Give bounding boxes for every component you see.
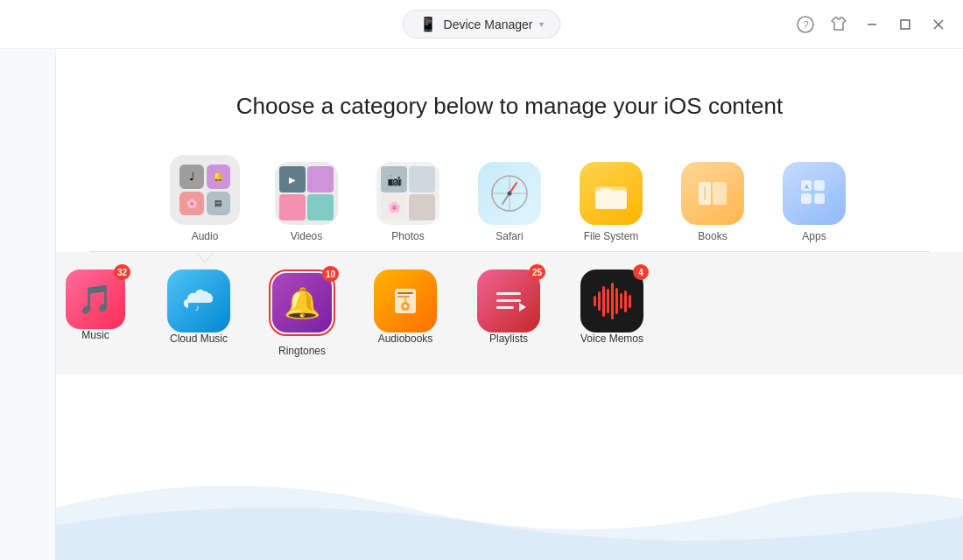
playlists-badge: 25 bbox=[529, 264, 545, 280]
minimize-button[interactable] bbox=[861, 14, 882, 35]
audio-icon-wrap: ♩ 🔔 🌸 ▤ bbox=[170, 155, 240, 225]
maximize-button[interactable] bbox=[895, 14, 916, 35]
svg-rect-17 bbox=[601, 188, 611, 192]
title-center: 📱 Device Manager ▾ bbox=[403, 10, 561, 38]
ringtones-icon: 🔔 bbox=[272, 273, 332, 332]
categories-row: ♩ 🔔 🌸 ▤ Audio ▶ Videos bbox=[170, 155, 849, 242]
music-label: Music bbox=[81, 329, 109, 341]
wave-8 bbox=[624, 290, 627, 312]
voice-memos-icon bbox=[580, 270, 643, 332]
ringtones-label: Ringtones bbox=[278, 345, 326, 357]
vid-cell-4 bbox=[307, 194, 334, 220]
category-safari[interactable]: Safari bbox=[474, 162, 545, 242]
svg-rect-29 bbox=[397, 296, 410, 298]
sub-item-music[interactable]: 🎵 32 Music bbox=[56, 270, 135, 341]
audio-grid: ♩ 🔔 🌸 ▤ bbox=[179, 164, 230, 215]
wave-3 bbox=[602, 286, 605, 317]
vid-cell-3 bbox=[279, 194, 306, 220]
shirt-button[interactable] bbox=[828, 14, 849, 35]
videos-label: Videos bbox=[291, 230, 322, 242]
audio-grid-2: 🔔 bbox=[207, 164, 231, 189]
apps-svg: A bbox=[796, 175, 833, 212]
books-svg bbox=[694, 175, 731, 212]
music-badge: 32 bbox=[114, 264, 130, 280]
audiobooks-icon bbox=[374, 270, 437, 332]
category-audio[interactable]: ♩ 🔔 🌸 ▤ Audio bbox=[170, 155, 240, 242]
svg-text:A: A bbox=[805, 184, 809, 190]
category-videos[interactable]: ▶ Videos bbox=[271, 162, 341, 242]
svg-rect-19 bbox=[713, 182, 727, 205]
title-bar: 📱 Device Manager ▾ ? bbox=[0, 0, 963, 49]
phone-icon: 📱 bbox=[419, 16, 437, 32]
wave-1 bbox=[594, 296, 596, 306]
playlists-svg bbox=[489, 282, 528, 320]
audio-grid-3: 🌸 bbox=[179, 192, 204, 216]
audio-label: Audio bbox=[192, 230, 219, 242]
category-filesystem[interactable]: File System bbox=[576, 162, 646, 242]
title-bar-right: ? bbox=[795, 14, 949, 35]
help-button[interactable]: ? bbox=[795, 14, 816, 35]
wave-5 bbox=[611, 283, 614, 319]
photos-label: Photos bbox=[391, 230, 424, 242]
filesystem-svg bbox=[594, 176, 629, 211]
sub-item-playlists[interactable]: 25 Playlists bbox=[469, 270, 548, 345]
vid-cell-2 bbox=[307, 166, 334, 192]
svg-rect-28 bbox=[397, 292, 413, 294]
svg-point-31 bbox=[404, 304, 407, 308]
safari-icon bbox=[478, 162, 541, 225]
sub-item-audiobooks[interactable]: Audiobooks bbox=[366, 270, 445, 345]
audiobooks-label: Audiobooks bbox=[378, 332, 433, 345]
svg-rect-16 bbox=[595, 192, 627, 209]
safari-label: Safari bbox=[496, 230, 523, 242]
ringtones-badge: 10 bbox=[322, 266, 339, 282]
wave-9 bbox=[629, 295, 631, 308]
sub-item-ringtones[interactable]: 🔔 10 Ringtones bbox=[263, 270, 341, 357]
device-manager-button[interactable]: 📱 Device Manager ▾ bbox=[403, 10, 561, 38]
page-title: Choose a category below to manage your i… bbox=[236, 93, 783, 120]
sub-item-voice-memos[interactable]: 4 Voice Memos bbox=[573, 270, 651, 345]
sub-items-row: 🎵 32 Music ♪ Cloud Music bbox=[56, 270, 963, 357]
wave-4 bbox=[607, 289, 609, 313]
cloud-music-svg: ♪ bbox=[179, 282, 218, 320]
voice-memos-label: Voice Memos bbox=[580, 332, 643, 345]
books-label: Books bbox=[698, 230, 727, 242]
audio-grid-4: ▤ bbox=[207, 192, 231, 216]
device-manager-label: Device Manager bbox=[444, 18, 533, 32]
svg-marker-35 bbox=[519, 303, 526, 312]
music-note-icon: 🎵 bbox=[78, 283, 113, 316]
svg-text:♪: ♪ bbox=[195, 303, 200, 312]
svg-rect-23 bbox=[801, 193, 812, 204]
wave-2 bbox=[598, 291, 601, 311]
svg-rect-24 bbox=[814, 193, 825, 204]
audio-grid-1: ♩ bbox=[179, 164, 204, 189]
svg-text:?: ? bbox=[804, 19, 809, 30]
close-button[interactable] bbox=[928, 14, 949, 35]
bell-icon: 🔔 bbox=[284, 285, 320, 320]
filesystem-icon bbox=[580, 162, 643, 225]
vid-cell-1: ▶ bbox=[279, 166, 306, 192]
svg-point-13 bbox=[508, 192, 512, 196]
waveform bbox=[594, 283, 631, 319]
safari-svg bbox=[490, 174, 529, 213]
apps-icon: A bbox=[783, 162, 846, 225]
cloud-music-label: Cloud Music bbox=[170, 332, 228, 345]
wave-decoration bbox=[56, 455, 963, 560]
filesystem-label: File System bbox=[584, 230, 639, 242]
svg-rect-4 bbox=[901, 20, 910, 29]
category-books[interactable]: Books bbox=[678, 162, 748, 242]
playlists-icon bbox=[477, 270, 540, 332]
music-icon-container: 🎵 32 bbox=[66, 270, 125, 329]
playlists-icon-container: 25 bbox=[477, 270, 540, 332]
wave-6 bbox=[615, 288, 618, 314]
sub-item-cloud-music[interactable]: ♪ Cloud Music bbox=[159, 270, 238, 345]
category-arrow-inner bbox=[197, 252, 213, 262]
svg-rect-32 bbox=[496, 292, 521, 295]
photo-cell-1: 📷 bbox=[381, 166, 407, 192]
voice-memos-badge: 4 bbox=[633, 264, 649, 280]
category-apps[interactable]: A Apps bbox=[779, 162, 849, 242]
category-photos[interactable]: 📷 🌸 Photos bbox=[373, 162, 443, 242]
photo-cell-2 bbox=[409, 166, 435, 192]
voice-memos-icon-container: 4 bbox=[580, 270, 643, 332]
sidebar-strip: a bbox=[0, 0, 56, 560]
main-content: Choose a category below to manage your i… bbox=[56, 49, 963, 560]
